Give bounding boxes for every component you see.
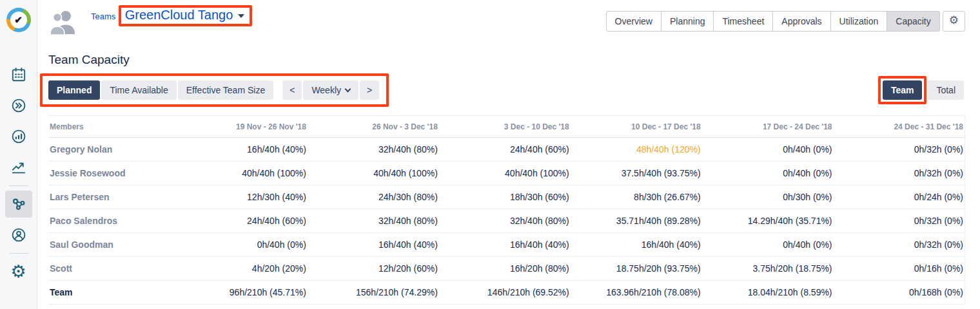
sidebar-item-calendar[interactable]: [5, 61, 32, 88]
column-header-members: Members: [48, 116, 176, 138]
report-gauge-icon: [10, 128, 27, 145]
capacity-cell[interactable]: 0h/32h (0%): [834, 138, 965, 162]
capacity-cell[interactable]: 163.96h/210h (78.08%): [571, 281, 702, 304]
member-name-link[interactable]: Saul Goodman: [48, 233, 176, 257]
team-name-label: GreenCloud Tango: [125, 8, 233, 23]
table-header-row: Members 19 Nov - 26 Nov '18 26 Nov - 3 D…: [48, 116, 965, 138]
capacity-cell[interactable]: 146h/210h (69.52%): [439, 281, 571, 304]
capacity-cell[interactable]: 0h/24h (0%): [834, 185, 965, 209]
capacity-cell[interactable]: 96h/210h (45.71%): [176, 281, 308, 304]
capacity-cell[interactable]: 40h/40h (100%): [439, 162, 571, 185]
sidebar-nav: ⚙: [5, 59, 32, 287]
page-header: Teams GreenCloud Tango Overview Planning…: [37, 0, 980, 36]
view-effective-team-size-button[interactable]: Effective Team Size: [178, 80, 273, 100]
capacity-cell[interactable]: 18.75h/20h (93.75%): [571, 257, 702, 281]
member-name-link[interactable]: Jessie Rosewood: [48, 162, 176, 185]
app: ✔: [0, 0, 980, 309]
column-header-week: 19 Nov - 26 Nov '18: [176, 116, 308, 138]
chevron-down-icon: [345, 86, 351, 93]
tab-approvals[interactable]: Approvals: [772, 11, 830, 32]
member-name-link[interactable]: Lars Petersen: [48, 185, 176, 209]
capacity-cell[interactable]: 8h/30h (26.67%): [571, 185, 702, 209]
capacity-cell[interactable]: 32h/40h (80%): [308, 138, 439, 162]
tab-overview[interactable]: Overview: [606, 11, 662, 32]
capacity-cell[interactable]: 18.04h/210h (8.59%): [702, 281, 834, 304]
sidebar-item-planner[interactable]: [5, 92, 32, 119]
capacity-cell[interactable]: 0h/40h (0%): [702, 233, 834, 257]
capacity-cell[interactable]: 40h/40h (100%): [308, 162, 439, 185]
column-header-week: 3 Dec - 10 Dec '18: [439, 116, 571, 138]
capacity-cell[interactable]: 16h/40h (40%): [439, 233, 571, 257]
capacity-cell[interactable]: 4h/20h (20%): [176, 257, 308, 281]
capacity-cell[interactable]: 0h/168h (0%): [834, 281, 965, 304]
prev-period-button[interactable]: <: [282, 80, 302, 100]
capacity-cell[interactable]: 32h/40h (80%): [439, 209, 571, 233]
next-period-button[interactable]: >: [360, 80, 379, 100]
settings-gear-button[interactable]: ⚙: [943, 11, 965, 32]
table-row: Scott4h/20h (20%)12h/20h (60%)16h/20h (8…: [48, 257, 965, 281]
tab-timesheet[interactable]: Timesheet: [713, 11, 773, 32]
capacity-cell[interactable]: 0h/30h (0%): [702, 185, 834, 209]
capacity-cell[interactable]: 24h/40h (60%): [439, 138, 571, 162]
chevron-down-icon: [238, 14, 244, 18]
column-header-week: 10 Dec - 17 Dec '18: [571, 116, 702, 138]
scope-total-button[interactable]: Total: [928, 80, 964, 100]
member-name-link[interactable]: Gregory Nolan: [48, 138, 176, 162]
capacity-cell[interactable]: 40h/40h (100%): [176, 162, 308, 185]
capacity-cell[interactable]: 12h/20h (60%): [308, 257, 439, 281]
tab-planning[interactable]: Planning: [661, 11, 714, 32]
capacity-cell[interactable]: 16h/40h (40%): [308, 233, 439, 257]
capacity-cell[interactable]: 12h/30h (40%): [176, 185, 308, 209]
capacity-cell[interactable]: 3.75h/20h (18.75%): [702, 257, 834, 281]
capacity-cell[interactable]: 18h/30h (60%): [439, 185, 571, 209]
member-name-link[interactable]: Paco Salendros: [48, 209, 176, 233]
capacity-cell[interactable]: 35.71h/40h (89.28%): [571, 209, 702, 233]
capacity-cell[interactable]: 0h/32h (0%): [834, 233, 965, 257]
page-title: Team Capacity: [48, 53, 980, 67]
capacity-table: Members 19 Nov - 26 Nov '18 26 Nov - 3 D…: [48, 115, 965, 304]
capacity-cell[interactable]: 16h/20h (80%): [439, 257, 571, 281]
scope-team-button[interactable]: Team: [883, 80, 923, 100]
team-avatar-icon: [48, 9, 78, 36]
tempo-logo[interactable]: ✔: [6, 8, 31, 32]
period-nav: < Weekly >: [282, 80, 380, 100]
capacity-cell[interactable]: 0h/32h (0%): [834, 209, 965, 233]
main-content: Teams GreenCloud Tango Overview Planning…: [37, 0, 980, 309]
capacity-cell[interactable]: 37.5h/40h (93.75%): [571, 162, 702, 185]
table-row: Gregory Nolan16h/40h (40%)32h/40h (80%)2…: [48, 138, 965, 162]
sidebar-item-teams[interactable]: [5, 191, 32, 218]
team-name-dropdown[interactable]: GreenCloud Tango: [125, 8, 245, 23]
capacity-cell[interactable]: 16h/40h (40%): [571, 233, 702, 257]
sidebar-item-reports[interactable]: [5, 123, 32, 150]
capacity-cell[interactable]: 0h/40h (0%): [702, 162, 834, 185]
capacity-cell[interactable]: 24h/40h (60%): [176, 209, 308, 233]
sidebar-item-settings[interactable]: ⚙: [5, 258, 32, 285]
table-row: Paco Salendros24h/40h (60%)32h/40h (80%)…: [48, 209, 965, 233]
column-header-week: 24 Dec - 31 Dec '18: [834, 116, 965, 138]
capacity-cell[interactable]: 48h/40h (120%): [571, 138, 702, 162]
capacity-cell[interactable]: 156h/210h (74.29%): [308, 281, 439, 304]
capacity-cell[interactable]: 24h/30h (80%): [308, 185, 439, 209]
logo-check-icon: ✔: [10, 12, 27, 28]
capacity-cell[interactable]: 0h/40h (0%): [702, 138, 834, 162]
table-row-total: Team96h/210h (45.71%)156h/210h (74.29%)1…: [48, 281, 965, 304]
sidebar-item-profile[interactable]: [5, 221, 32, 248]
period-dropdown[interactable]: Weekly: [303, 80, 358, 100]
capacity-cell[interactable]: 14.29h/40h (35.71%): [702, 209, 834, 233]
sidebar-divider: [9, 185, 28, 186]
tab-utilization[interactable]: Utilization: [830, 11, 888, 32]
capacity-cell[interactable]: 0h/32h (0%): [834, 162, 965, 185]
capacity-cell[interactable]: 0h/40h (0%): [176, 233, 308, 257]
sidebar-item-insights[interactable]: [5, 154, 32, 181]
capacity-cell[interactable]: 0h/16h (0%): [834, 257, 965, 281]
tab-capacity[interactable]: Capacity: [887, 11, 939, 32]
sidebar: ✔: [0, 0, 37, 309]
breadcrumb-teams-link[interactable]: Teams: [91, 12, 115, 21]
member-name-link[interactable]: Scott: [48, 257, 176, 281]
view-time-available-button[interactable]: Time Available: [101, 80, 176, 100]
capacity-cell[interactable]: 16h/40h (40%): [176, 138, 308, 162]
fast-forward-icon: [10, 97, 27, 114]
view-planned-button[interactable]: Planned: [48, 80, 100, 100]
capacity-cell[interactable]: 32h/40h (80%): [308, 209, 439, 233]
capacity-table-wrap: Members 19 Nov - 26 Nov '18 26 Nov - 3 D…: [48, 115, 965, 304]
